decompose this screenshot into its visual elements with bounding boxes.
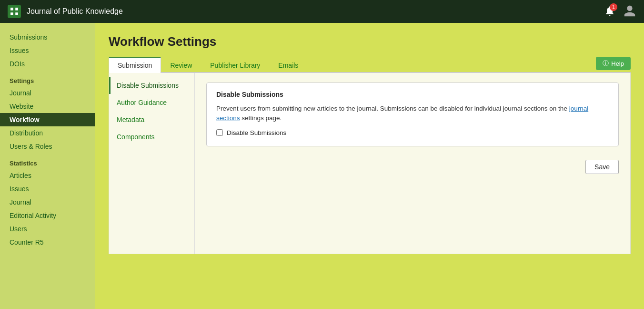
disable-submissions-checkbox-row: Disable Submissions	[216, 129, 609, 136]
tab-submission[interactable]: Submission	[109, 57, 161, 73]
topnav: Journal of Public Knowledge 1	[0, 0, 644, 23]
sidenav-item-metadata[interactable]: Metadata	[109, 111, 194, 128]
svg-rect-3	[15, 12, 18, 15]
sidebar-item-stat-counter[interactable]: Counter R5	[0, 236, 95, 249]
sidenav-item-author-guidance[interactable]: Author Guidance	[109, 94, 194, 111]
tab-emails[interactable]: Emails	[269, 57, 307, 73]
page-title: Workflow Settings	[109, 34, 631, 49]
section-body: Disable Submissions Prevent users from s…	[195, 73, 630, 254]
sidebar-item-dois[interactable]: DOIs	[0, 57, 95, 71]
sidebar-item-stat-editorial[interactable]: Editorial Activity	[0, 209, 95, 222]
content-panel: Disable Submissions Author Guidance Meta…	[109, 73, 631, 254]
notifications-bell[interactable]: 1	[604, 5, 615, 18]
fieldset-title: Disable Submissions	[216, 91, 609, 98]
sidebar-item-stat-users[interactable]: Users	[0, 222, 95, 236]
sidebar: Submissions Issues DOIs Settings Journal…	[0, 23, 95, 309]
svg-rect-0	[10, 8, 13, 10]
svg-rect-1	[15, 8, 18, 10]
sidebar-item-stat-issues[interactable]: Issues	[0, 182, 95, 196]
settings-section-label: Settings	[0, 71, 95, 86]
sidebar-item-website[interactable]: Website	[0, 100, 95, 113]
fieldset-description: Prevent users from submitting new articl…	[216, 104, 609, 124]
notification-count: 1	[610, 3, 617, 11]
sidebar-item-stat-journal[interactable]: Journal	[0, 196, 95, 209]
sidenav-item-disable-submissions[interactable]: Disable Submissions	[109, 77, 194, 94]
user-menu[interactable]	[623, 4, 636, 19]
app-logo[interactable]	[8, 5, 21, 18]
disable-submissions-checkbox-label[interactable]: Disable Submissions	[227, 129, 286, 136]
save-row: Save	[206, 154, 619, 176]
disable-submissions-checkbox[interactable]	[216, 129, 223, 136]
sidebar-item-stat-articles[interactable]: Articles	[0, 169, 95, 182]
tab-publisher-library[interactable]: Publisher Library	[201, 57, 269, 73]
main-content: Workflow Settings Submission Review Publ…	[95, 23, 644, 309]
help-circle-icon: ⓘ	[603, 59, 609, 68]
sidebar-item-submissions[interactable]: Submissions	[0, 31, 95, 44]
tabs-bar: Submission Review Publisher Library Emai…	[109, 57, 631, 73]
svg-rect-2	[10, 12, 13, 15]
tab-review[interactable]: Review	[161, 57, 201, 73]
app-title: Journal of Public Knowledge	[27, 7, 123, 16]
sidebar-item-workflow[interactable]: Workflow	[0, 113, 95, 126]
sidebar-item-issues[interactable]: Issues	[0, 44, 95, 57]
save-button[interactable]: Save	[585, 160, 619, 174]
sidebar-item-journal[interactable]: Journal	[0, 86, 95, 100]
sidebar-item-distribution[interactable]: Distribution	[0, 126, 95, 140]
help-button[interactable]: ⓘ Help	[596, 57, 631, 70]
sidebar-item-users-roles[interactable]: Users & Roles	[0, 140, 95, 153]
disable-submissions-fieldset: Disable Submissions Prevent users from s…	[206, 82, 619, 146]
sidenav-item-components[interactable]: Components	[109, 128, 194, 145]
statistics-section-label: Statistics	[0, 153, 95, 169]
section-sidenav: Disable Submissions Author Guidance Meta…	[109, 73, 195, 254]
